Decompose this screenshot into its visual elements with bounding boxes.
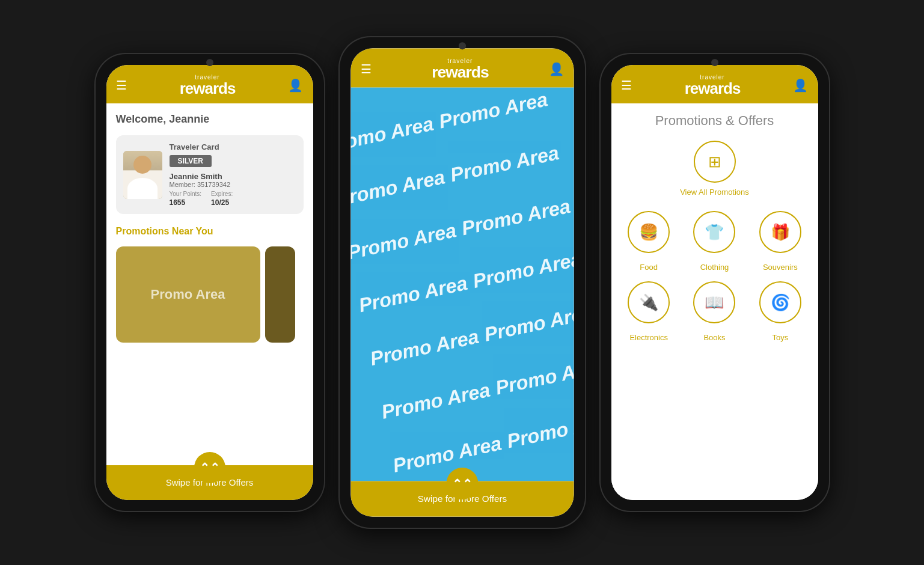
promo-text-9: Promo Area [368, 325, 481, 370]
card-title: Traveler Card [170, 142, 296, 151]
promo-row-6: Promo Area Promo Area [379, 358, 574, 424]
promo-row-2: Promo Area Promo Area [350, 145, 545, 211]
promo-row-4: Promo Area Promo Area [356, 251, 568, 317]
promo-fullscreen: Promo Area Promo Area Promo Area Promo A… [350, 88, 574, 481]
logo-rewards-2: rewards [432, 64, 489, 81]
category-item-books[interactable]: 📖 Books [687, 281, 742, 342]
promo-text-11: Promo Area [379, 379, 492, 424]
category-label-souvenirs: Souvenirs [763, 263, 798, 272]
menu-icon-3[interactable]: ☰ [621, 78, 632, 93]
user-icon-3[interactable]: 👤 [793, 78, 808, 93]
category-item-souvenirs[interactable]: 🎁 Souvenirs [752, 211, 808, 272]
category-item-clothing[interactable]: 👕 Clothing [687, 211, 742, 272]
points-item: Your Points: 1655 [170, 191, 202, 207]
card-member: Member: 351739342 [170, 181, 296, 188]
grid-icon: ⊞ [708, 153, 721, 171]
category-label-clothing: Clothing [700, 263, 729, 272]
categories-grid: 🍔 Food 👕 Clothing 🎁 Souvenirs 🔌 Electron… [621, 211, 809, 342]
promotions-near-section: Promotions Near You [106, 219, 313, 242]
card-points-section: Your Points: 1655 Expires: 10/25 [170, 191, 296, 207]
category-icon-food[interactable]: 🍔 [628, 211, 670, 253]
promo-text-8: Promo Area [471, 248, 574, 293]
category-label-books: Books [703, 333, 725, 342]
welcome-section: Welcome, Jeannie [106, 103, 313, 130]
toys-icon: 🌀 [771, 293, 790, 312]
menu-icon-1[interactable]: ☰ [116, 78, 127, 93]
promo-text-14: Promo Area [504, 408, 574, 453]
menu-icon-2[interactable]: ☰ [360, 62, 371, 76]
promo-row-7: Promo Area Promo Area [390, 411, 574, 477]
user-icon-1[interactable]: 👤 [288, 78, 303, 93]
header-2: ☰ traveler rewards 👤 [350, 48, 574, 87]
logo-3: traveler rewards [685, 75, 741, 96]
member-number: 351739342 [197, 181, 230, 188]
traveler-card: Traveler Card SILVER Jeannie Smith Membe… [116, 135, 304, 214]
promotions-offers-title: Promotions & Offers [621, 113, 809, 129]
promo-text-2: Promo Area [436, 88, 549, 133]
category-label-toys: Toys [772, 333, 788, 342]
category-icon-books[interactable]: 📖 [693, 281, 735, 323]
card-person-image [123, 151, 162, 199]
promo-text-7: Promo Area [356, 272, 470, 317]
screen-1-content: Welcome, Jeannie Traveler Card SILVER Je… [106, 103, 313, 500]
category-icon-clothing[interactable]: 👕 [693, 211, 735, 253]
person-head [133, 156, 151, 174]
promo-text-3: Promo Area [350, 166, 447, 211]
category-label-food: Food [640, 263, 658, 272]
promo-row-1: Promo Area Promo Area [350, 91, 534, 157]
category-label-electronics: Electronics [629, 333, 668, 342]
promo-row-5: Promo Area Promo Area [368, 305, 574, 371]
promo-card-main[interactable]: Promo Area [116, 246, 260, 343]
category-item-toys[interactable]: 🌀 Toys [752, 281, 808, 342]
promotions-near-title: Promotions Near You [116, 226, 213, 236]
promotions-offers-content: Promotions & Offers ⊞ View All Promotion… [611, 103, 818, 500]
promo-text-10: Promo Area [482, 301, 574, 346]
promo-text-1: Promo Area [350, 112, 435, 157]
promo-row-3: Promo Area Promo Area [350, 198, 556, 264]
chevron-up-icon-2: ⌃⌃ [451, 476, 473, 490]
promo-text-13: Promo Area [390, 432, 503, 477]
books-icon: 📖 [705, 293, 724, 312]
phone-notch-2 [458, 42, 465, 49]
header-1: ☰ traveler rewards 👤 [106, 65, 313, 103]
header-3: ☰ traveler rewards 👤 [611, 65, 818, 103]
phone-3-screen: ☰ traveler rewards 👤 Promotions & Offers… [611, 65, 818, 500]
clothing-icon: 👕 [705, 223, 724, 242]
promo-text-12: Promo Area [493, 355, 574, 400]
category-item-electronics[interactable]: 🔌 Electronics [621, 281, 677, 342]
phone-notch-1 [206, 59, 213, 66]
promo-text-4: Promo Area [448, 141, 561, 186]
expires-value: 10/25 [211, 198, 233, 207]
view-all-label: View All Promotions [680, 188, 749, 197]
chevron-up-icon-1: ⌃⌃ [200, 460, 220, 475]
phone-1-screen: ☰ traveler rewards 👤 Welcome, Jeannie [106, 65, 313, 500]
points-label: Your Points: [170, 191, 202, 197]
souvenirs-icon: 🎁 [771, 223, 790, 242]
phones-container: ☰ traveler rewards 👤 Welcome, Jeannie [96, 42, 829, 523]
logo-1: traveler rewards [180, 75, 236, 96]
card-info: Traveler Card SILVER Jeannie Smith Membe… [170, 142, 296, 207]
phone-2-screen: ☰ traveler rewards 👤 Promo Area Promo Ar… [350, 48, 574, 516]
welcome-text: Welcome, Jeannie [116, 113, 210, 125]
electronics-icon: 🔌 [639, 293, 658, 312]
phone-notch-3 [711, 59, 718, 66]
promo-card-main-text: Promo Area [151, 287, 225, 302]
category-item-food[interactable]: 🍔 Food [621, 211, 677, 272]
card-level-badge: SILVER [170, 155, 212, 167]
view-all-section: ⊞ View All Promotions [621, 141, 809, 197]
view-all-button[interactable]: ⊞ [694, 141, 736, 183]
category-icon-souvenirs[interactable]: 🎁 [759, 211, 801, 253]
promo-pattern: Promo Area Promo Area Promo Area Promo A… [350, 88, 574, 481]
user-icon-2[interactable]: 👤 [548, 62, 564, 76]
person-body [127, 178, 158, 199]
swipe-area-1[interactable]: ⌃⌃ Swipe for more Offers [106, 465, 313, 500]
swipe-chevron-2: ⌃⌃ [446, 468, 478, 499]
swipe-area-2[interactable]: ⌃⌃ Swipe for more Offers [350, 481, 574, 516]
member-label: Member: [170, 181, 195, 188]
category-icon-electronics[interactable]: 🔌 [628, 281, 670, 323]
category-icon-toys[interactable]: 🌀 [759, 281, 801, 323]
swipe-chevron-1: ⌃⌃ [194, 452, 225, 483]
expires-item: Expires: 10/25 [211, 191, 233, 207]
food-icon: 🍔 [639, 223, 658, 242]
promo-text-6: Promo Area [459, 195, 572, 240]
